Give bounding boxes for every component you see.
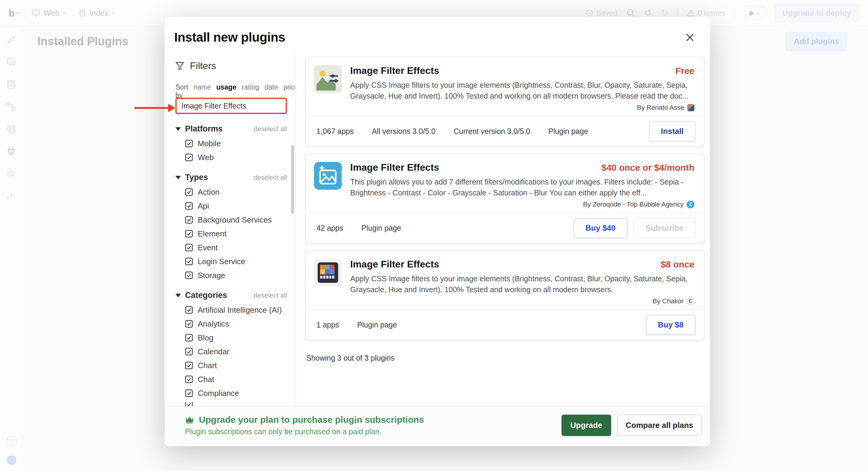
sort-by-row: Sort by name usage rating date price [176, 83, 287, 92]
checkbox-checked-icon [185, 140, 193, 147]
app-window: b▾ Web ▾ index ▾ Saved ↺ ↻ 0 issues [0, 0, 868, 471]
plugin-price: $8 once [661, 259, 694, 270]
checkbox-checked-icon [185, 334, 193, 342]
close-icon[interactable] [684, 32, 695, 43]
deselect-all-link[interactable]: deselect all [254, 174, 287, 181]
compare-plans-button[interactable]: Compare all plans [617, 415, 702, 436]
plugin-description: Apply CSS Image filters to your image el… [350, 80, 694, 101]
deselect-all-link[interactable]: deselect all [254, 292, 287, 299]
buy-button[interactable]: Buy $40 [574, 218, 628, 238]
type-item-login-service[interactable]: Login Service [185, 256, 287, 267]
plugin-card: Image Filter Effects $8 once Apply CSS I… [305, 250, 705, 341]
install-plugins-modal: Install new plugins Filters Sort by name… [164, 17, 710, 446]
plugin-page-link[interactable]: Plugin page [548, 127, 588, 136]
annotation-arrow [133, 102, 178, 113]
crown-icon [185, 416, 194, 423]
results-count: Showing 3 out of 3 plugins [306, 354, 705, 362]
platform-item-web[interactable]: Web [185, 152, 287, 163]
subscribe-button[interactable]: Subscribe [633, 218, 695, 238]
plugin-description: This plugin allows you to add 7 differen… [350, 177, 694, 198]
plugin-author[interactable]: By Zeroqode - Top Bubble Agency Z [350, 201, 694, 208]
checkbox-checked-icon [185, 258, 193, 265]
category-item-compliance[interactable]: Compliance [185, 388, 287, 398]
checkbox-checked-icon [185, 216, 193, 224]
checkbox-checked-icon [185, 244, 193, 252]
modal-title: Install new plugins [174, 30, 285, 45]
sort-option-price[interactable]: price [284, 83, 296, 91]
upgrade-button[interactable]: Upgrade [561, 415, 611, 436]
checkbox-checked-icon [185, 320, 193, 328]
sort-option-date[interactable]: date [265, 83, 278, 91]
deselect-all-link[interactable]: deselect all [254, 125, 287, 133]
plugin-title: Image Filter Effects [350, 162, 439, 173]
plugin-page-link[interactable]: Plugin page [357, 321, 397, 329]
banner-title: Upgrade your plan to purchase plugin sub… [199, 415, 424, 425]
plugin-results: Image Filter Effects Free Apply CSS Imag… [296, 54, 710, 406]
checkbox-checked-icon [185, 348, 193, 355]
checkbox-checked-icon [185, 202, 193, 210]
plugin-icon [314, 162, 342, 190]
filter-funnel-icon [176, 61, 184, 70]
type-item-api[interactable]: Api [185, 201, 287, 211]
collapse-triangle-icon [176, 176, 181, 179]
type-item-background-services[interactable]: Background Services [185, 215, 287, 225]
sort-by-label: Sort by [176, 83, 188, 99]
install-button[interactable]: Install [649, 121, 695, 141]
buy-button[interactable]: Buy $8 [646, 315, 695, 335]
checkbox-checked-icon [185, 188, 193, 196]
section-header[interactable]: Categories deselect all [176, 291, 287, 300]
checkbox-checked-icon [185, 230, 193, 238]
current-version-rating: Current version 3.0/5.0 [454, 127, 530, 136]
author-avatar: C [687, 297, 694, 305]
category-item-calendar[interactable]: Calendar [185, 347, 287, 357]
plugin-card: Image Filter Effects $40 once or $4/mont… [305, 153, 705, 244]
section-header[interactable]: Types deselect all [176, 173, 287, 182]
checkbox-checked-icon [185, 375, 193, 383]
plugin-title: Image Filter Effects [350, 259, 439, 270]
plugin-page-link[interactable]: Plugin page [361, 224, 401, 233]
plugin-price: $40 once or $4/month [601, 163, 694, 173]
sort-option-usage[interactable]: usage [216, 83, 236, 91]
filters-scrollbar[interactable] [291, 145, 294, 214]
checkbox-checked-icon [185, 389, 193, 397]
plugin-search-input[interactable] [176, 98, 287, 114]
plugin-author[interactable]: By Renato Asse [350, 104, 694, 112]
category-item-chat[interactable]: Chat [185, 374, 287, 384]
filter-section-types: Types deselect all Action Api Background… [176, 173, 287, 281]
filters-panel: Filters Sort by name usage rating date p… [164, 54, 296, 406]
plugin-icon [314, 65, 342, 93]
collapse-triangle-icon [176, 294, 181, 297]
checkbox-checked-icon [185, 402, 193, 406]
category-item-partial[interactable] [185, 402, 287, 406]
plugin-author[interactable]: By Chakor C [350, 297, 694, 305]
plugin-title: Image Filter Effects [350, 65, 439, 76]
category-item-blog[interactable]: Blog [185, 332, 287, 343]
category-item-ai[interactable]: Artificial Intelligence (AI) [185, 305, 287, 315]
category-item-chart[interactable]: Chart [185, 360, 287, 371]
upgrade-banner: Upgrade your plan to purchase plugin sub… [164, 406, 710, 446]
author-avatar: Z [687, 201, 694, 208]
type-item-event[interactable]: Event [185, 242, 287, 253]
collapse-triangle-icon [176, 127, 181, 131]
section-header[interactable]: Platforms deselect all [176, 124, 287, 134]
type-item-action[interactable]: Action [185, 187, 287, 197]
sort-option-name[interactable]: name [193, 83, 211, 91]
filters-heading: Filters [190, 60, 216, 71]
checkbox-checked-icon [185, 271, 193, 279]
category-item-analytics[interactable]: Analytics [185, 319, 287, 329]
platform-item-mobile[interactable]: Mobile [185, 139, 287, 149]
filter-section-platforms: Platforms deselect all Mobile Web [176, 124, 287, 163]
apps-count: 42 apps [316, 224, 343, 233]
type-item-storage[interactable]: Storage [185, 270, 287, 281]
sort-option-rating[interactable]: rating [242, 83, 259, 91]
filter-section-categories: Categories deselect all Artificial Intel… [176, 291, 287, 406]
checkbox-checked-icon [185, 306, 193, 314]
author-avatar [687, 104, 694, 111]
plugin-card: Image Filter Effects Free Apply CSS Imag… [305, 57, 705, 147]
banner-subtitle: Plugin subscriptions can only be purchas… [185, 427, 552, 436]
apps-count: 1,067 apps [316, 127, 354, 136]
checkbox-checked-icon [185, 153, 193, 161]
type-item-element[interactable]: Element [185, 229, 287, 239]
apps-count: 1 apps [316, 321, 339, 329]
plugin-price: Free [675, 66, 694, 76]
